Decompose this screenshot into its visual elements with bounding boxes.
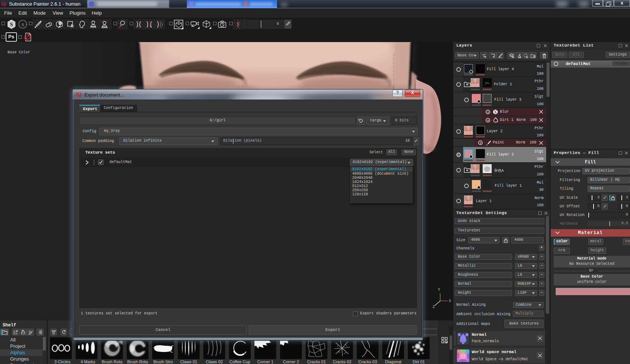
- svg-text:S: S: [10, 21, 13, 27]
- svg-text:S: S: [78, 92, 80, 97]
- svg-text:Y: Y: [438, 288, 440, 292]
- svg-text:X: X: [449, 299, 451, 303]
- svg-text:x: x: [150, 25, 151, 28]
- svg-text:Z: Z: [433, 305, 435, 309]
- svg-text:S: S: [21, 22, 24, 27]
- svg-text:S: S: [494, 110, 497, 114]
- svg-text:S: S: [3, 2, 5, 6]
